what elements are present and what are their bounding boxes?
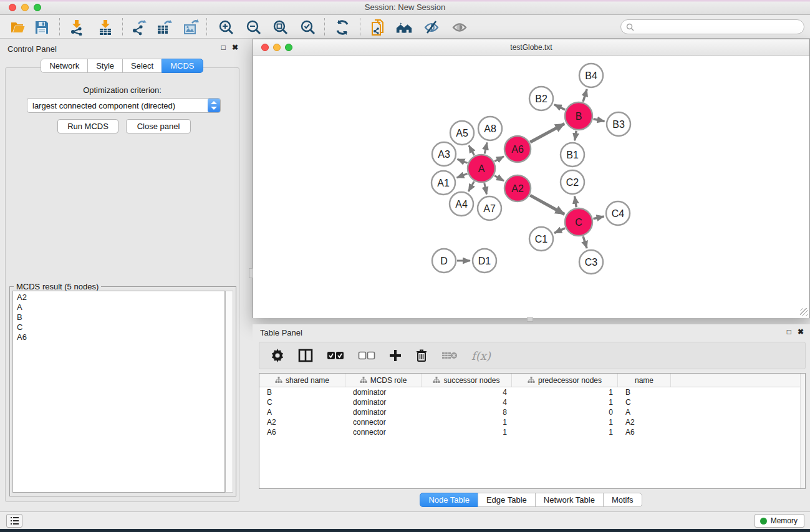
- graph-node-B[interactable]: B: [565, 102, 592, 130]
- graph-node-C4[interactable]: C4: [606, 201, 630, 225]
- graph-edge-B-B3[interactable]: [594, 119, 605, 122]
- run-mcds-button[interactable]: Run MCDS: [57, 119, 118, 133]
- graph-node-C[interactable]: C: [565, 208, 592, 236]
- graph-edge-A6-B[interactable]: [530, 123, 564, 142]
- column-header-predecessor-nodes[interactable]: predecessor nodes: [512, 374, 618, 387]
- vertical-split-handle[interactable]: [249, 268, 253, 278]
- table-tab-network-table[interactable]: Network Table: [535, 493, 604, 507]
- graph-edge-C-C2[interactable]: [575, 196, 577, 208]
- graph-node-A6[interactable]: A6: [504, 136, 531, 162]
- mcds-result-list[interactable]: A2ABCA6: [12, 291, 225, 493]
- delete-column-icon[interactable]: [415, 349, 428, 362]
- graph-edge-A-A2[interactable]: [494, 176, 504, 181]
- select-all-icon[interactable]: [327, 351, 344, 360]
- table-scrollbar[interactable]: [800, 374, 805, 488]
- graph-node-C2[interactable]: C2: [561, 170, 584, 194]
- refresh-icon[interactable]: [334, 19, 351, 36]
- graph-node-A5[interactable]: A5: [450, 121, 474, 145]
- task-history-button[interactable]: [6, 514, 22, 528]
- graph-node-A[interactable]: A: [468, 155, 495, 182]
- graph-node-B2[interactable]: B2: [529, 87, 553, 110]
- graph-edge-B-B4[interactable]: [583, 89, 587, 102]
- graph-node-A7[interactable]: A7: [478, 196, 501, 220]
- graph-edge-A-A5[interactable]: [469, 145, 475, 155]
- table-tab-edge-table[interactable]: Edge Table: [478, 493, 536, 507]
- graph-edge-B-B1[interactable]: [575, 131, 577, 141]
- graph-edge-C-C1[interactable]: [554, 228, 565, 233]
- graph-edge-A-A6[interactable]: [494, 157, 504, 162]
- delete-table-icon[interactable]: [441, 351, 458, 360]
- graph-edge-A-A1[interactable]: [457, 173, 468, 177]
- column-header-shared-name[interactable]: shared name: [259, 374, 345, 387]
- tab-network[interactable]: Network: [41, 59, 88, 73]
- graph-edge-A-A4[interactable]: [468, 181, 474, 191]
- graph-edge-A-A8[interactable]: [485, 142, 487, 153]
- graph-node-B4[interactable]: B4: [579, 64, 603, 87]
- network-graph[interactable]: B4B2BB3A8A5A6A3B1AA1C2A2A4A7C4CC1DD1C3: [253, 56, 809, 318]
- save-session-icon[interactable]: [33, 19, 51, 36]
- table-row[interactable]: Bdominator41B: [259, 387, 805, 397]
- show-graphics-details-icon[interactable]: [451, 19, 468, 36]
- close-panel-button[interactable]: Close panel: [126, 119, 191, 133]
- graph-node-B3[interactable]: B3: [607, 112, 630, 136]
- graph-node-A3[interactable]: A3: [432, 142, 456, 166]
- graph-edge-C-C3[interactable]: [583, 236, 587, 248]
- window-resize-grip[interactable]: [800, 308, 808, 316]
- search-input[interactable]: [634, 22, 804, 31]
- graph-edge-C-C4[interactable]: [593, 216, 604, 219]
- column-header-mcds-role[interactable]: MCDS role: [345, 374, 422, 387]
- mcds-result-item[interactable]: A2: [17, 293, 224, 302]
- column-header-successor-nodes[interactable]: successor nodes: [422, 374, 512, 387]
- graph-node-A1[interactable]: A1: [432, 171, 455, 195]
- import-table-icon[interactable]: [97, 19, 114, 36]
- tab-mcds[interactable]: MCDS: [162, 59, 203, 73]
- show-column-icon[interactable]: [298, 349, 313, 362]
- home-icon[interactable]: [395, 19, 413, 36]
- deselect-all-icon[interactable]: [358, 351, 375, 360]
- graph-node-A2[interactable]: A2: [504, 175, 531, 201]
- graph-node-C1[interactable]: C1: [529, 227, 553, 251]
- table-row[interactable]: Cdominator41C: [259, 397, 805, 407]
- add-column-icon[interactable]: [389, 349, 402, 362]
- open-session-icon[interactable]: [9, 19, 27, 36]
- close-table-panel-icon[interactable]: ✖: [798, 328, 804, 336]
- table-row[interactable]: Adominator80A: [259, 407, 805, 417]
- table-tab-node-table[interactable]: Node Table: [420, 493, 478, 507]
- float-table-panel-icon[interactable]: □: [787, 328, 791, 336]
- zoom-out-icon[interactable]: [245, 19, 263, 36]
- horizontal-split-handle[interactable]: [527, 317, 533, 322]
- float-panel-icon[interactable]: □: [221, 44, 226, 51]
- mcds-result-item[interactable]: B: [17, 312, 224, 322]
- memory-button[interactable]: Memory: [755, 514, 804, 528]
- table-settings-icon[interactable]: [271, 349, 284, 362]
- tab-select[interactable]: Select: [122, 59, 162, 73]
- table-tab-motifs[interactable]: Motifs: [603, 493, 642, 507]
- graph-edge-A-A7[interactable]: [485, 183, 487, 195]
- import-network-icon[interactable]: [68, 19, 85, 36]
- mcds-result-item[interactable]: A: [17, 302, 224, 312]
- optimization-criterion-dropdown[interactable]: largest connected component (directed): [27, 98, 221, 113]
- graph-node-D1[interactable]: D1: [473, 249, 496, 273]
- graph-node-A4[interactable]: A4: [450, 192, 473, 216]
- search-field[interactable]: [620, 19, 804, 34]
- graph-edge-B-B2[interactable]: [554, 105, 565, 110]
- zoom-fit-icon[interactable]: [272, 19, 289, 36]
- zoom-in-icon[interactable]: [218, 19, 235, 36]
- graph-node-B1[interactable]: B1: [561, 143, 584, 167]
- close-panel-icon[interactable]: ✖: [232, 44, 238, 51]
- mcds-result-item[interactable]: C: [17, 322, 224, 332]
- apply-function-icon[interactable]: f(x): [471, 349, 491, 362]
- mcds-result-item[interactable]: A6: [17, 332, 224, 342]
- zoom-selected-icon[interactable]: [299, 19, 317, 36]
- result-list-scrollbar[interactable]: [225, 291, 233, 493]
- graph-edge-A2-C[interactable]: [530, 195, 564, 214]
- table-row[interactable]: A2connector11A2: [259, 417, 805, 427]
- graph-node-A8[interactable]: A8: [478, 117, 502, 140]
- network-from-file-icon[interactable]: [369, 19, 387, 36]
- export-table-icon[interactable]: [155, 19, 173, 36]
- export-network-icon[interactable]: [130, 19, 148, 36]
- graph-node-D[interactable]: D: [432, 249, 456, 273]
- column-header-name[interactable]: name: [618, 374, 671, 387]
- network-window-titlebar[interactable]: testGlobe.txt: [253, 39, 809, 56]
- hide-graphics-details-icon[interactable]: [423, 19, 440, 36]
